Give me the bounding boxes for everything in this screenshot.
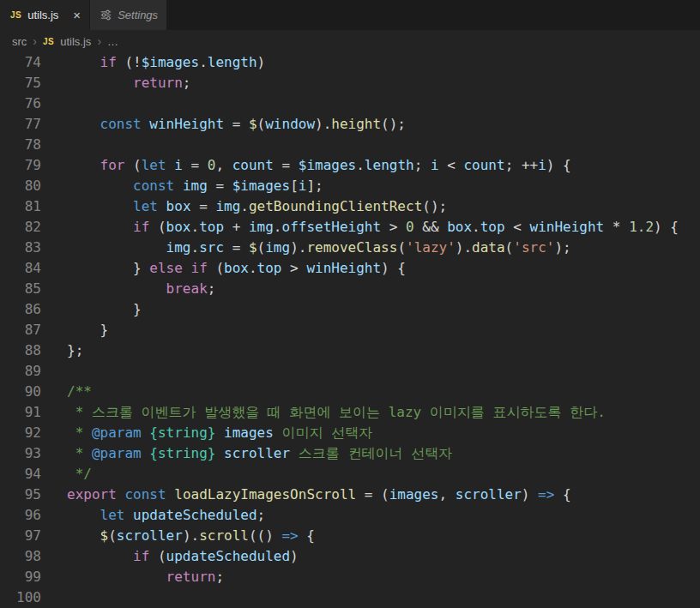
line-number: 75 xyxy=(0,73,41,93)
line-number: 92 xyxy=(0,423,41,443)
line-number: 89 xyxy=(0,361,41,382)
line-number: 77 xyxy=(0,114,41,135)
settings-sliders-icon xyxy=(100,9,112,21)
code-line[interactable] xyxy=(67,93,700,114)
close-icon[interactable]: × xyxy=(73,9,81,21)
chevron-right-icon: › xyxy=(33,34,37,48)
line-number: 79 xyxy=(0,155,41,176)
code-lines: if (!$images.length) return; const winHe… xyxy=(67,52,700,608)
line-number: 94 xyxy=(0,464,41,485)
js-file-icon: JS xyxy=(10,10,21,20)
chevron-right-icon: › xyxy=(97,34,101,48)
code-line[interactable]: } xyxy=(67,299,700,320)
code-line[interactable] xyxy=(67,361,700,382)
line-number: 80 xyxy=(0,176,41,196)
code-line[interactable]: $(scroller).scroll(() => { xyxy=(67,526,700,546)
code-line[interactable]: return; xyxy=(67,73,700,93)
code-line[interactable]: }; xyxy=(67,340,700,361)
code-line[interactable]: */ xyxy=(67,464,700,485)
code-line[interactable]: export const loadLazyImagesOnScroll = (i… xyxy=(67,485,700,505)
line-number: 95 xyxy=(0,485,41,505)
code-line[interactable]: for (let i = 0, count = $images.length; … xyxy=(67,155,700,176)
code-line[interactable] xyxy=(67,587,700,608)
code-line[interactable]: /** xyxy=(67,382,700,402)
line-number: 88 xyxy=(0,340,41,361)
code-line[interactable]: const img = $images[i]; xyxy=(67,176,700,196)
breadcrumb: src › JS utils.js › … xyxy=(0,30,700,52)
code-line[interactable]: * @param {string} scroller 스크롤 컨테이너 선택자 xyxy=(67,443,700,464)
code-line[interactable]: img.src = $(img).removeClass('lazy').dat… xyxy=(67,238,700,258)
line-number: 100 xyxy=(0,587,41,608)
line-number: 84 xyxy=(0,258,41,279)
line-number: 78 xyxy=(0,135,41,155)
breadcrumb-item-file[interactable]: utils.js xyxy=(60,35,91,48)
line-number: 97 xyxy=(0,526,41,546)
tab-bar: JS utils.js × Settings xyxy=(0,0,700,30)
line-number: 82 xyxy=(0,217,41,238)
line-number: 98 xyxy=(0,546,41,567)
line-number: 90 xyxy=(0,382,41,402)
line-number: 96 xyxy=(0,505,41,526)
tab-label: utils.js xyxy=(27,9,58,21)
breadcrumb-ellipsis[interactable]: … xyxy=(107,35,118,48)
tab-label: Settings xyxy=(118,9,158,21)
code-line[interactable]: break; xyxy=(67,279,700,299)
line-number: 85 xyxy=(0,279,41,299)
line-number: 76 xyxy=(0,93,41,114)
line-number: 86 xyxy=(0,299,41,320)
line-number: 91 xyxy=(0,402,41,423)
code-line[interactable]: * @param {string} images 이미지 선택자 xyxy=(67,423,700,443)
editor[interactable]: 7475767778798081828384858687888990919293… xyxy=(0,52,700,608)
code-line[interactable]: const winHeight = $(window).height(); xyxy=(67,114,700,135)
code-line[interactable]: let box = img.getBoundingClientRect(); xyxy=(67,196,700,217)
code-line[interactable]: if (!$images.length) xyxy=(67,52,700,73)
line-number: 87 xyxy=(0,320,41,340)
code-line[interactable]: return; xyxy=(67,567,700,587)
code-line[interactable]: } xyxy=(67,320,700,340)
tab-utils-js[interactable]: JS utils.js × xyxy=(0,0,89,30)
line-numbers: 7475767778798081828384858687888990919293… xyxy=(0,52,67,608)
line-number: 83 xyxy=(0,238,41,258)
tab-settings[interactable]: Settings xyxy=(90,0,166,30)
code-line[interactable]: * 스크롤 이벤트가 발생했을 때 화면에 보이는 lazy 이미지를 표시하도… xyxy=(67,402,700,423)
code-line[interactable] xyxy=(67,135,700,155)
line-number: 99 xyxy=(0,567,41,587)
code-line[interactable]: } else if (box.top > winHeight) { xyxy=(67,258,700,279)
code-line[interactable]: if (box.top + img.offsetHeight > 0 && bo… xyxy=(67,217,700,238)
code-line[interactable]: if (updateScheduled) xyxy=(67,546,700,567)
breadcrumb-item-src[interactable]: src xyxy=(12,35,27,48)
line-number: 81 xyxy=(0,196,41,217)
code-line[interactable]: let updateScheduled; xyxy=(67,505,700,526)
js-file-icon: JS xyxy=(43,37,54,46)
line-number: 74 xyxy=(0,52,41,73)
line-number: 93 xyxy=(0,443,41,464)
